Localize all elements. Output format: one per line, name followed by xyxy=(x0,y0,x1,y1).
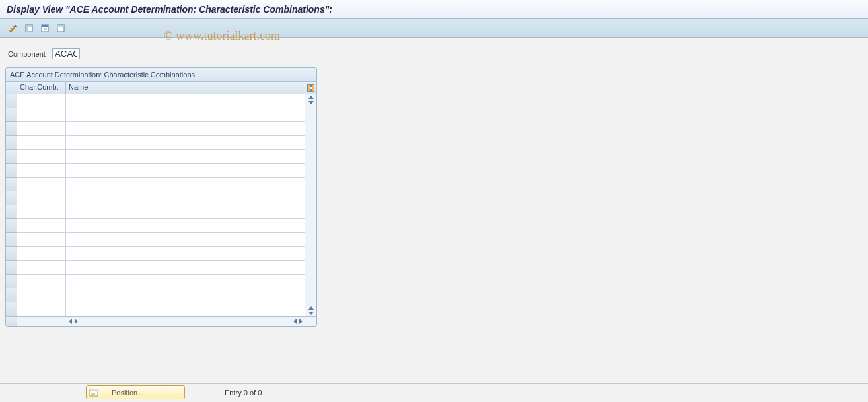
component-input[interactable] xyxy=(52,48,80,59)
deselect-all-button[interactable] xyxy=(54,22,67,34)
cell-charcomb[interactable] xyxy=(17,191,66,205)
table-row[interactable] xyxy=(6,302,305,316)
content-area: Component ACE Account Determination: Cha… xyxy=(0,38,868,332)
cell-name[interactable] xyxy=(66,150,305,164)
scroll-right-icon[interactable] xyxy=(299,319,303,324)
cell-name[interactable] xyxy=(66,247,305,261)
cell-name[interactable] xyxy=(66,191,305,205)
row-selector[interactable] xyxy=(6,178,17,191)
cell-charcomb[interactable] xyxy=(17,164,66,178)
scroll-down-icon[interactable] xyxy=(308,101,314,104)
position-button[interactable]: Position... xyxy=(86,385,185,399)
row-selector[interactable] xyxy=(6,288,17,302)
cell-name[interactable] xyxy=(66,136,305,150)
cell-name[interactable] xyxy=(66,122,305,136)
app-toolbar: © www.tutorialkart.com xyxy=(0,19,868,38)
cell-charcomb[interactable] xyxy=(17,94,66,108)
svg-rect-4 xyxy=(42,25,48,27)
row-selector[interactable] xyxy=(6,136,17,150)
column-header-name[interactable]: Name xyxy=(66,82,305,94)
cell-charcomb[interactable] xyxy=(17,233,66,247)
table-row[interactable] xyxy=(6,247,305,261)
table-row[interactable] xyxy=(6,288,305,302)
cell-charcomb[interactable] xyxy=(17,275,66,288)
row-selector[interactable] xyxy=(6,247,17,261)
row-selector[interactable] xyxy=(6,205,17,219)
svg-rect-2 xyxy=(26,27,28,32)
cell-name[interactable] xyxy=(66,108,305,122)
scroll-up-icon[interactable] xyxy=(308,306,314,310)
table-row[interactable] xyxy=(6,275,305,288)
row-selector[interactable] xyxy=(6,164,17,178)
select-block-button[interactable] xyxy=(38,22,52,34)
row-selector[interactable] xyxy=(6,122,17,136)
table-row[interactable] xyxy=(6,219,305,233)
cell-charcomb[interactable] xyxy=(17,247,66,261)
vertical-scrollbar[interactable] xyxy=(305,94,316,316)
row-selector[interactable] xyxy=(6,150,17,164)
cell-name[interactable] xyxy=(66,261,305,275)
table-row[interactable] xyxy=(6,164,305,178)
table-row[interactable] xyxy=(6,122,305,136)
cell-charcomb[interactable] xyxy=(17,122,66,136)
table-select-all-icon xyxy=(24,24,34,33)
cell-name[interactable] xyxy=(66,94,305,108)
cell-charcomb[interactable] xyxy=(17,288,66,302)
cell-charcomb[interactable] xyxy=(17,150,66,164)
table-row[interactable] xyxy=(6,205,305,219)
cell-name[interactable] xyxy=(66,205,305,219)
row-selector[interactable] xyxy=(6,261,17,275)
table-row[interactable] xyxy=(6,261,305,275)
cell-charcomb[interactable] xyxy=(17,302,66,316)
cell-name[interactable] xyxy=(66,219,305,233)
scroll-left-icon[interactable] xyxy=(293,319,297,324)
component-field-row: Component xyxy=(8,48,863,59)
row-selector[interactable] xyxy=(6,108,17,122)
cell-name[interactable] xyxy=(66,164,305,178)
cell-charcomb[interactable] xyxy=(17,205,66,219)
page-title: Display View "ACE Account Determination:… xyxy=(7,4,332,15)
cell-charcomb[interactable] xyxy=(17,261,66,275)
table-row[interactable] xyxy=(6,150,305,164)
row-selector[interactable] xyxy=(6,233,17,247)
cell-charcomb[interactable] xyxy=(17,219,66,233)
row-selector[interactable] xyxy=(6,94,17,108)
configure-columns-button[interactable] xyxy=(305,82,316,94)
row-selector[interactable] xyxy=(6,302,17,316)
select-all-button[interactable] xyxy=(22,22,36,34)
scroll-up-icon[interactable] xyxy=(308,96,314,99)
scroll-down-icon[interactable] xyxy=(308,312,314,315)
svg-rect-5 xyxy=(44,28,47,30)
table-row[interactable] xyxy=(6,233,305,247)
table-row[interactable] xyxy=(6,136,305,150)
cell-name[interactable] xyxy=(66,302,305,316)
toggle-change-display-button[interactable] xyxy=(7,22,20,34)
cell-charcomb[interactable] xyxy=(17,178,66,191)
row-selector[interactable] xyxy=(6,191,17,205)
pencil-icon xyxy=(9,24,18,33)
component-label: Component xyxy=(8,50,46,58)
table-row[interactable] xyxy=(6,191,305,205)
cell-charcomb[interactable] xyxy=(17,108,66,122)
cell-name[interactable] xyxy=(66,178,305,191)
table-title: ACE Account Determination: Characteristi… xyxy=(6,68,316,82)
row-selector[interactable] xyxy=(6,219,17,233)
table-row[interactable] xyxy=(6,108,305,122)
cell-name[interactable] xyxy=(66,288,305,302)
table-row[interactable] xyxy=(6,94,305,108)
table-body xyxy=(6,94,305,316)
title-bar: Display View "ACE Account Determination:… xyxy=(0,0,868,19)
scroll-right-icon[interactable] xyxy=(75,319,78,324)
cell-name[interactable] xyxy=(66,275,305,288)
table-row[interactable] xyxy=(6,178,305,191)
table-deselect-icon xyxy=(56,24,65,33)
cell-name[interactable] xyxy=(66,233,305,247)
cell-charcomb[interactable] xyxy=(17,136,66,150)
table-header-row: Char.Comb. Name xyxy=(6,82,316,94)
scroll-left-icon[interactable] xyxy=(69,319,72,324)
column-header-charcomb[interactable]: Char.Comb. xyxy=(17,82,66,94)
svg-rect-1 xyxy=(26,25,32,27)
row-selector[interactable] xyxy=(6,275,17,288)
column-selector[interactable] xyxy=(6,82,17,94)
horizontal-scrollbar[interactable] xyxy=(6,316,316,326)
